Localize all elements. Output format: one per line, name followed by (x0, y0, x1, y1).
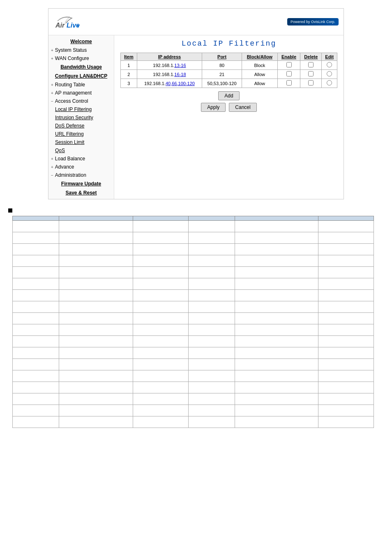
sidebar-sub-intrusion-security[interactable]: Intrusion Security (48, 113, 114, 122)
row1-edit-radio[interactable] (327, 62, 332, 67)
add-button[interactable]: Add (218, 91, 239, 100)
bottom-table-cell (59, 301, 133, 313)
bottom-table-cell (59, 267, 133, 278)
bottom-table-cell (59, 416, 133, 428)
bottom-table-cell (133, 382, 188, 393)
sidebar-label-ap-management: AP management (55, 90, 92, 96)
bottom-table-cell (133, 278, 188, 290)
bottom-table-row (13, 278, 374, 290)
bottom-table-cell (235, 405, 318, 416)
bottom-col6-header (318, 216, 374, 221)
expand-icon-system-status: + (51, 48, 53, 53)
row1-block-allow: Block (242, 61, 277, 70)
bottom-table-cell (13, 232, 59, 244)
logo-area: Air Live (53, 12, 90, 32)
apply-button[interactable]: Apply (201, 103, 226, 112)
row3-ip-link[interactable]: 40,66,100-120 (166, 81, 195, 86)
sidebar-item-ap-management[interactable]: + AP management (48, 89, 114, 97)
row2-edit-radio[interactable] (327, 71, 332, 76)
bottom-table-cell (318, 255, 374, 267)
bottom-table-cell (13, 370, 59, 382)
bottom-table-cell (133, 301, 188, 313)
row3-delete[interactable] (300, 79, 322, 88)
bottom-table-cell (189, 405, 235, 416)
row1-enable-checkbox[interactable] (286, 62, 292, 67)
row3-edit-radio[interactable] (327, 80, 332, 86)
row1-port: 80 (202, 61, 242, 70)
row3-enable-checkbox[interactable] (286, 80, 292, 86)
bottom-table-cell (59, 313, 133, 324)
bottom-table-cell (13, 244, 59, 255)
bottom-table-row (13, 347, 374, 359)
sidebar-item-bandwidth-usage[interactable]: Bandwidth Usage (48, 62, 114, 72)
bottom-table-cell (318, 301, 374, 313)
svg-text:Air: Air (55, 22, 65, 29)
col-header-item: Item (121, 53, 137, 61)
sidebar-sub-qos[interactable]: QoS (48, 146, 114, 155)
bottom-col5-header (235, 216, 318, 221)
bottom-table-cell (133, 232, 188, 244)
bottom-table-row (13, 244, 374, 255)
sidebar-sub-url-filtering[interactable]: URL Filtering (48, 130, 114, 138)
row2-delete[interactable] (300, 70, 322, 79)
bottom-table-cell (318, 370, 374, 382)
bottom-table-cell (133, 244, 188, 255)
bottom-table-cell (59, 347, 133, 359)
bottom-table-cell (59, 382, 133, 393)
row3-enable[interactable] (277, 79, 300, 88)
bottom-table-cell (133, 267, 188, 278)
sidebar: Welcome + System Status + WAN Configure … (48, 35, 114, 199)
sidebar-item-administration[interactable]: − Administration (48, 171, 114, 179)
sidebar-sub-session-limit[interactable]: Session Limit (48, 138, 114, 146)
sidebar-item-configure-lan-dhcp[interactable]: Configure LAN&DHCP (48, 72, 114, 81)
col-header-port: Port (202, 53, 242, 61)
row2-edit[interactable] (322, 70, 337, 79)
bottom-table-cell (235, 221, 318, 232)
row1-edit[interactable] (322, 61, 337, 70)
sidebar-item-welcome[interactable]: Welcome (48, 37, 114, 46)
sidebar-label-load-balance: Load Balance (55, 156, 85, 162)
row3-delete-checkbox[interactable] (308, 80, 314, 86)
sidebar-sub-local-ip-filtering[interactable]: Local IP Filtering (48, 105, 114, 113)
bottom-table-cell (13, 359, 59, 370)
row1-ip-link[interactable]: 13-16 (174, 63, 186, 68)
row1-delete-checkbox[interactable] (308, 62, 314, 67)
bottom-table-cell (318, 244, 374, 255)
row3-ip: 192.168.1.40,66,100-120 (137, 79, 202, 88)
sidebar-item-load-balance[interactable]: + Load Balance (48, 155, 114, 163)
row2-enable[interactable] (277, 70, 300, 79)
sidebar-sub-dos-defense[interactable]: DoS Defense (48, 122, 114, 130)
row2-port: 21 (202, 70, 242, 79)
row2-enable-checkbox[interactable] (286, 71, 292, 76)
sidebar-item-wan-configure[interactable]: + WAN Configure (48, 54, 114, 62)
filter-table: Item IP address Port Block/Allow Enable … (120, 53, 337, 88)
row1-delete[interactable] (300, 61, 322, 70)
airlive-logo-svg: Air Live (53, 12, 90, 30)
bottom-table-cell (59, 405, 133, 416)
sidebar-item-access-control[interactable]: − Access Control (48, 97, 114, 105)
table-row: 3 192.168.1.40,66,100-120 50,53,100-120 … (121, 79, 337, 88)
table-row: 2 192.168.1.16-18 21 Allow (121, 70, 337, 79)
bottom-table-cell (13, 278, 59, 290)
logo-container: Air Live (53, 12, 90, 32)
bottom-table-cell (189, 267, 235, 278)
add-button-row: Add (120, 91, 337, 100)
row1-enable[interactable] (277, 61, 300, 70)
bottom-table-cell (189, 393, 235, 405)
row2-delete-checkbox[interactable] (308, 71, 314, 76)
bottom-table-cell (133, 393, 188, 405)
sidebar-label-administration: Administration (55, 172, 86, 178)
row2-ip-link[interactable]: 16-18 (174, 72, 186, 77)
cancel-button[interactable]: Cancel (229, 103, 256, 112)
bottom-table-cell (189, 324, 235, 336)
col-header-enable: Enable (277, 53, 300, 61)
sidebar-item-routing-table[interactable]: + Routing Table (48, 81, 114, 89)
row1-item: 1 (121, 61, 137, 70)
content-area: Local IP Filtering Item IP address Port … (114, 35, 344, 199)
row3-edit[interactable] (322, 79, 337, 88)
sidebar-item-save-reset[interactable]: Save & Reset (48, 188, 114, 197)
sidebar-item-system-status[interactable]: + System Status (48, 46, 114, 54)
bottom-table-cell (13, 313, 59, 324)
sidebar-item-advance[interactable]: + Advance (48, 163, 114, 171)
sidebar-item-firmware-update[interactable]: Firmware Update (48, 179, 114, 188)
